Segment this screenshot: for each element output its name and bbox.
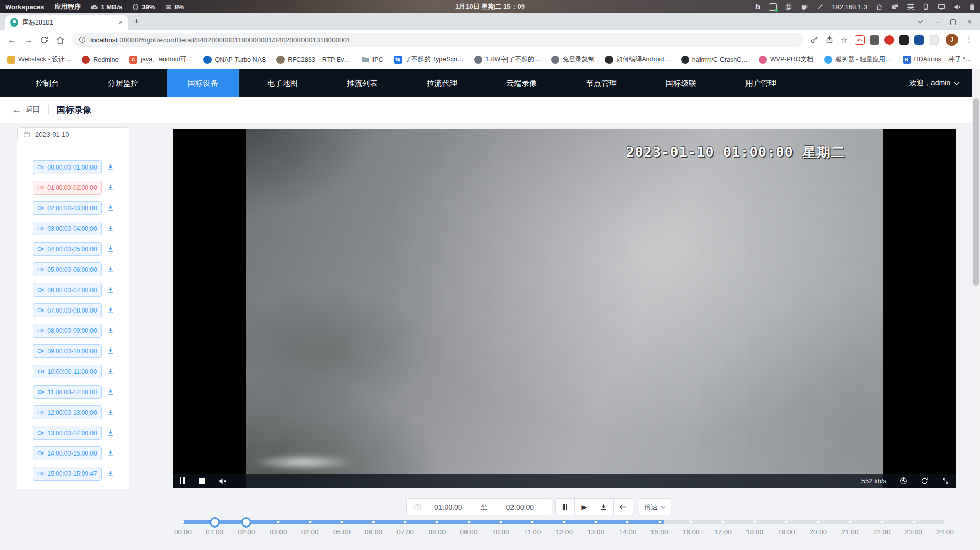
share-icon[interactable] (826, 36, 833, 44)
input-method-icon[interactable] (769, 3, 777, 11)
segment-download-button-13[interactable] (107, 409, 114, 416)
player-stop-icon[interactable] (199, 478, 205, 484)
segment-button-5[interactable]: 04:00:00-05:00:00 (33, 242, 102, 256)
caffeine-icon[interactable] (801, 4, 808, 10)
window-minimize-button[interactable]: – (935, 17, 939, 27)
extension-icon-2[interactable] (870, 35, 879, 45)
nav-item-push-list[interactable]: 推流列表 (326, 69, 398, 97)
nav-item-node-manage[interactable]: 节点管理 (566, 69, 637, 97)
snapshot-icon[interactable] (900, 477, 907, 485)
scrollbar-thumb[interactable] (973, 98, 979, 286)
end-time-value[interactable]: 02:00:00 (496, 503, 545, 511)
page-scrollbar[interactable] (972, 69, 980, 550)
bookmark-item-12[interactable]: WVP-PRO文档 (759, 55, 813, 64)
extension-icon-4[interactable] (899, 35, 909, 45)
bookmark-item-11[interactable]: hairrrrr/C-CrashC… (681, 56, 748, 64)
extension-icon-3[interactable] (884, 35, 894, 45)
segment-button-8[interactable]: 07:00:00-08:00:00 (33, 303, 102, 317)
segment-download-button-5[interactable] (107, 245, 114, 253)
segment-button-9[interactable]: 08:00:00-09:00:00 (33, 324, 102, 338)
segment-download-button-11[interactable] (107, 368, 114, 375)
pause-button[interactable] (555, 498, 575, 515)
browser-menu-icon[interactable]: ⋮ (965, 35, 973, 44)
reload-icon[interactable] (40, 36, 49, 44)
extension-icon-5[interactable] (914, 35, 924, 45)
new-tab-button[interactable]: + (134, 16, 139, 27)
segment-button-4[interactable]: 03:00:00-04:00:00 (33, 222, 102, 235)
segment-button-11[interactable]: 10:00:00-11:00:00 (33, 365, 102, 378)
segment-button-13[interactable]: 12:00:00-13:00:00 (33, 405, 102, 419)
bookmark-item-13[interactable]: 服务器 - 轻量应用… (824, 55, 892, 64)
nav-item-pull-proxy[interactable]: 拉流代理 (406, 69, 478, 97)
nav-item-cloud-record[interactable]: 云端录像 (486, 69, 557, 97)
segment-download-button-4[interactable] (107, 225, 114, 232)
timeline-slider[interactable]: 00:0001:0002:0003:0004:0005:0006:0007:00… (183, 519, 945, 550)
phone-link-icon[interactable] (923, 3, 929, 10)
timeline-handle-start[interactable] (209, 517, 220, 528)
address-bar[interactable]: localhost:38080/#/gbRecordDetail/3402000… (72, 33, 803, 47)
bookmark-item-10[interactable]: 如何编译Android… (605, 55, 670, 64)
back-button[interactable]: ← 返回 (12, 105, 40, 114)
segment-download-button-6[interactable] (107, 266, 114, 273)
date-picker-input[interactable]: 2023-01-10 (17, 127, 129, 141)
segment-download-button-7[interactable] (107, 286, 114, 294)
nav-item-gb-device[interactable]: 国标设备 (167, 69, 239, 97)
segment-download-button-1[interactable] (107, 163, 114, 171)
segment-button-6[interactable]: 05:00:00-06:00:00 (33, 262, 102, 276)
segment-download-button-2[interactable] (107, 184, 114, 192)
segment-button-7[interactable]: 06:00:00-07:00:00 (33, 283, 102, 297)
segment-button-14[interactable]: 13:00:00-14:00:00 (33, 426, 102, 440)
segment-download-button-10[interactable] (107, 347, 114, 355)
nav-item-gb-cascade[interactable]: 国标级联 (645, 69, 717, 97)
start-time-value[interactable]: 01:00:00 (424, 503, 473, 511)
back-icon[interactable]: ← (7, 35, 16, 44)
segment-button-3[interactable]: 02:00:00-03:00:00 (33, 201, 102, 215)
segment-download-button-14[interactable] (107, 429, 114, 437)
play-button[interactable]: ▶ (575, 498, 594, 515)
home-button-icon[interactable] (56, 36, 65, 44)
seek-back-button[interactable] (614, 498, 633, 515)
segment-download-button-15[interactable] (107, 449, 114, 457)
volume-icon[interactable] (954, 4, 961, 10)
bookmark-item-4[interactable]: QNAP Turbo NAS (203, 56, 266, 64)
fullscreen-icon[interactable] (942, 477, 949, 485)
player-mute-icon[interactable] (219, 477, 227, 485)
battery-icon[interactable] (970, 3, 975, 11)
browser-tab-active[interactable]: 国标28181 × (5, 15, 128, 30)
nav-item-e-map[interactable]: 电子地图 (247, 69, 318, 97)
timeline-handle-end[interactable] (241, 517, 251, 528)
profile-avatar[interactable]: J (946, 34, 958, 46)
user-menu[interactable]: 欢迎，admin (909, 79, 980, 88)
forward-icon[interactable]: → (24, 35, 33, 44)
bookmark-item-8[interactable]: 1.8W字|了不起的… (474, 55, 540, 64)
window-maximize-button[interactable] (950, 19, 956, 25)
bookmark-item-5[interactable]: RFC2833 – RTP Ev… (276, 56, 351, 64)
workspaces-button[interactable]: Workspaces (5, 3, 44, 11)
nav-item-multi-screen[interactable]: 分屏监控 (87, 69, 159, 97)
extension-icon-1[interactable]: JS (855, 35, 865, 45)
bookmark-item-14[interactable]: NHDAtmos :: 种子 *… (903, 55, 972, 64)
player-pause-icon[interactable] (180, 477, 185, 484)
bookmark-item-1[interactable]: Webstack - 设计… (7, 55, 71, 64)
clipboard-icon[interactable] (785, 3, 792, 10)
tray-app-icon[interactable]: b (755, 3, 761, 10)
segment-button-1[interactable]: 00:00:00-01:00:00 (33, 160, 102, 174)
nav-item-user-manage[interactable]: 用户管理 (725, 69, 797, 97)
home-icon[interactable] (876, 4, 883, 10)
bookmark-item-9[interactable]: 免登录复制 (551, 55, 595, 64)
bookmark-item-3[interactable]: Cjava、android可… (129, 55, 193, 64)
segment-button-12[interactable]: 11:00:00-12:00:00 (33, 385, 102, 399)
bookmark-item-2[interactable]: Redmine (82, 56, 119, 64)
tab-close-icon[interactable]: × (119, 19, 123, 26)
window-close-button[interactable]: × (967, 19, 972, 25)
player-refresh-icon[interactable] (921, 477, 928, 485)
display-icon[interactable] (938, 4, 945, 10)
time-range-input[interactable]: 01:00:00 至 02:00:00 (406, 498, 552, 515)
segment-download-button-12[interactable] (107, 388, 114, 396)
bookmark-item-6[interactable]: IPC (361, 56, 383, 64)
video-player[interactable]: 2023-01-10 01:00:00 星期二 552 kb/s (173, 129, 956, 488)
segment-button-10[interactable]: 09:00:00-10:00:00 (33, 344, 102, 358)
bookmark-star-icon[interactable]: ☆ (841, 35, 848, 45)
segment-download-button-9[interactable] (107, 327, 114, 334)
password-key-icon[interactable] (810, 36, 819, 44)
